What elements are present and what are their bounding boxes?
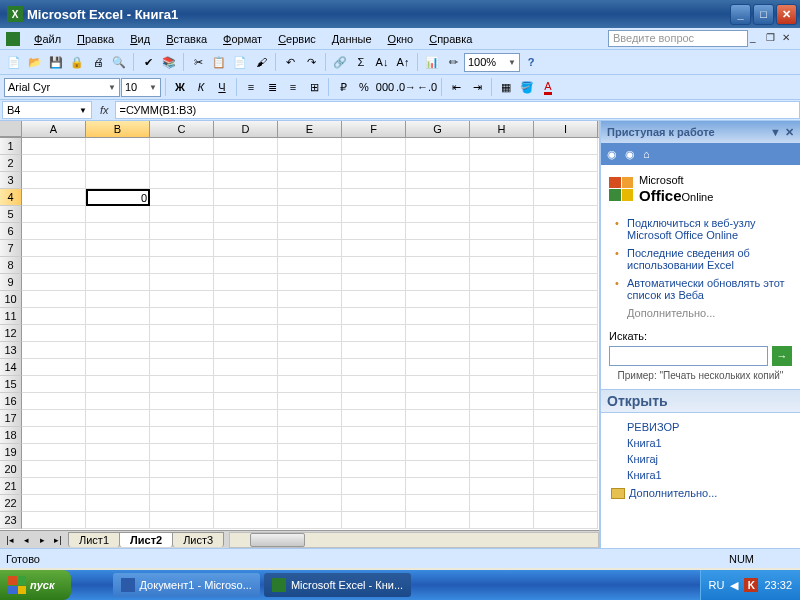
cell-H17[interactable] [470, 410, 534, 427]
row-header-22[interactable]: 22 [0, 495, 22, 512]
cell-C15[interactable] [150, 376, 214, 393]
column-header-E[interactable]: E [278, 121, 342, 137]
cell-E23[interactable] [278, 512, 342, 529]
underline-button[interactable]: Ч [212, 77, 232, 97]
cell-A6[interactable] [22, 223, 86, 240]
cell-I14[interactable] [534, 359, 598, 376]
cell-E11[interactable] [278, 308, 342, 325]
permission-button[interactable]: 🔒 [67, 52, 87, 72]
cell-A2[interactable] [22, 155, 86, 172]
redo-button[interactable]: ↷ [301, 52, 321, 72]
cell-H8[interactable] [470, 257, 534, 274]
align-left-button[interactable]: ≡ [241, 77, 261, 97]
decrease-decimal-button[interactable]: ←.0 [417, 77, 437, 97]
cell-H19[interactable] [470, 444, 534, 461]
cell-A5[interactable] [22, 206, 86, 223]
row-header-19[interactable]: 19 [0, 444, 22, 461]
cell-B23[interactable] [86, 512, 150, 529]
taskpane-more-link[interactable]: Дополнительно... [615, 304, 792, 322]
cell-E19[interactable] [278, 444, 342, 461]
cell-F11[interactable] [342, 308, 406, 325]
cell-A15[interactable] [22, 376, 86, 393]
back-icon[interactable]: ◉ [607, 148, 617, 161]
cell-C22[interactable] [150, 495, 214, 512]
cell-E18[interactable] [278, 427, 342, 444]
cell-B21[interactable] [86, 478, 150, 495]
row-header-16[interactable]: 16 [0, 393, 22, 410]
cell-G10[interactable] [406, 291, 470, 308]
cell-F1[interactable] [342, 138, 406, 155]
cell-E10[interactable] [278, 291, 342, 308]
cut-button[interactable]: ✂ [188, 52, 208, 72]
column-header-G[interactable]: G [406, 121, 470, 137]
cell-F9[interactable] [342, 274, 406, 291]
horizontal-scrollbar[interactable] [229, 532, 599, 548]
cell-H14[interactable] [470, 359, 534, 376]
cell-D4[interactable] [214, 189, 278, 206]
font-size-combo[interactable]: 10▼ [121, 78, 161, 97]
clock[interactable]: 23:32 [764, 579, 792, 591]
taskpane-link[interactable]: Последние сведения об использовании Exce… [615, 244, 792, 274]
bold-button[interactable]: Ж [170, 77, 190, 97]
cell-E17[interactable] [278, 410, 342, 427]
cell-C20[interactable] [150, 461, 214, 478]
taskpane-link[interactable]: Автоматически обновлять этот список из В… [615, 274, 792, 304]
cell-I3[interactable] [534, 172, 598, 189]
cell-I21[interactable] [534, 478, 598, 495]
cell-A13[interactable] [22, 342, 86, 359]
cell-G5[interactable] [406, 206, 470, 223]
row-header-20[interactable]: 20 [0, 461, 22, 478]
format-painter-button[interactable]: 🖌 [251, 52, 271, 72]
cell-F14[interactable] [342, 359, 406, 376]
sort-desc-button[interactable]: A↑ [393, 52, 413, 72]
cell-C21[interactable] [150, 478, 214, 495]
help-question-box[interactable]: Введите вопрос [608, 30, 748, 47]
row-header-7[interactable]: 7 [0, 240, 22, 257]
cell-E4[interactable] [278, 189, 342, 206]
cell-G12[interactable] [406, 325, 470, 342]
cell-H15[interactable] [470, 376, 534, 393]
cell-B5[interactable] [86, 206, 150, 223]
row-header-12[interactable]: 12 [0, 325, 22, 342]
cell-F6[interactable] [342, 223, 406, 240]
cell-E1[interactable] [278, 138, 342, 155]
row-header-17[interactable]: 17 [0, 410, 22, 427]
tray-icon[interactable]: ◀ [730, 579, 738, 592]
print-preview-button[interactable]: 🔍 [109, 52, 129, 72]
cell-A20[interactable] [22, 461, 86, 478]
cell-H5[interactable] [470, 206, 534, 223]
cell-I5[interactable] [534, 206, 598, 223]
cell-B10[interactable] [86, 291, 150, 308]
cell-I2[interactable] [534, 155, 598, 172]
row-header-23[interactable]: 23 [0, 512, 22, 529]
cell-G18[interactable] [406, 427, 470, 444]
save-button[interactable]: 💾 [46, 52, 66, 72]
cell-E9[interactable] [278, 274, 342, 291]
row-header-1[interactable]: 1 [0, 138, 22, 155]
cell-C1[interactable] [150, 138, 214, 155]
column-header-I[interactable]: I [534, 121, 598, 137]
cell-H20[interactable] [470, 461, 534, 478]
cell-C17[interactable] [150, 410, 214, 427]
taskpane-search-input[interactable] [609, 346, 768, 366]
mdi-close-button[interactable]: ✕ [782, 32, 796, 46]
cell-H21[interactable] [470, 478, 534, 495]
cell-G20[interactable] [406, 461, 470, 478]
cell-F20[interactable] [342, 461, 406, 478]
cell-D14[interactable] [214, 359, 278, 376]
cell-A10[interactable] [22, 291, 86, 308]
cell-D7[interactable] [214, 240, 278, 257]
mdi-minimize-button[interactable]: _ [750, 32, 764, 46]
cell-I9[interactable] [534, 274, 598, 291]
menu-Справка[interactable]: Справка [421, 30, 480, 48]
cell-B18[interactable] [86, 427, 150, 444]
cell-D21[interactable] [214, 478, 278, 495]
row-header-21[interactable]: 21 [0, 478, 22, 495]
cell-E14[interactable] [278, 359, 342, 376]
cell-A9[interactable] [22, 274, 86, 291]
cell-I8[interactable] [534, 257, 598, 274]
cell-C9[interactable] [150, 274, 214, 291]
recent-file[interactable]: Книгај [627, 451, 792, 467]
row-header-4[interactable]: 4 [0, 189, 22, 206]
paste-button[interactable]: 📄 [230, 52, 250, 72]
